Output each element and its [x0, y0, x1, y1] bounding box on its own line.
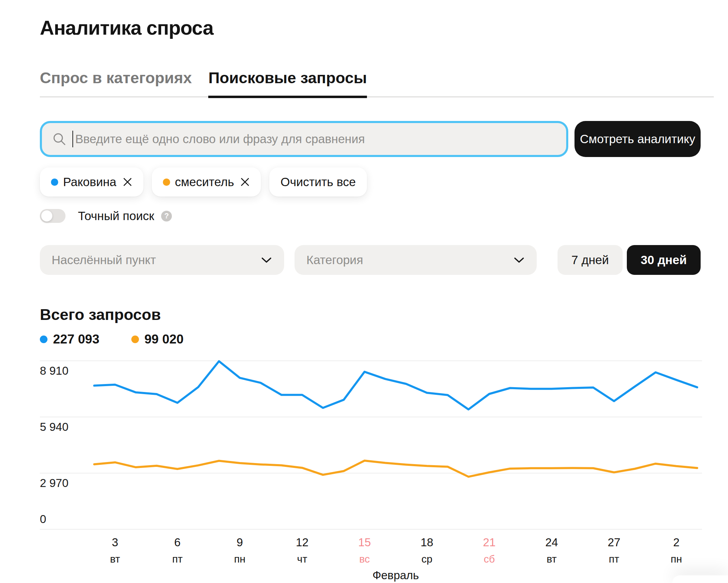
tick-day: 24: [534, 536, 569, 549]
x-axis-tick: 3вт: [98, 530, 132, 565]
search-box[interactable]: [40, 121, 568, 157]
tabs: Спрос в категорияхПоисковые запросы: [40, 69, 714, 97]
tick-weekday: пт: [597, 553, 631, 565]
chip-remove-icon[interactable]: [240, 177, 250, 187]
chart-legend: 227 09399 020: [40, 332, 714, 346]
location-select[interactable]: Населённый пункт: [40, 245, 284, 275]
category-select-value: Категория: [306, 253, 363, 267]
series-line-смеситель: [94, 461, 697, 477]
x-axis-tick: 9пн: [222, 530, 257, 565]
legend-value: 99 020: [144, 332, 184, 347]
tick-day: 9: [222, 536, 257, 549]
legend-item: 99 020: [131, 332, 184, 347]
tick-weekday: вс: [347, 553, 382, 565]
exact-search-toggle[interactable]: [40, 209, 65, 223]
toggle-knob: [41, 210, 52, 221]
chart-title: Всего запросов: [40, 305, 714, 324]
exact-search-label: Точный поиск: [78, 209, 154, 223]
tick-day: 12: [285, 536, 319, 549]
chip-label: смеситель: [175, 175, 234, 189]
x-axis-tick: 2пн: [659, 530, 694, 565]
query-chip[interactable]: Раковина: [40, 167, 143, 197]
x-axis-tick: 6пт: [160, 530, 195, 565]
chart-area: Февраль 3вт6пт9пн12чт15вс18ср21сб24вт27п…: [40, 357, 714, 583]
chip-label: Раковина: [63, 175, 116, 189]
tick-weekday: вт: [98, 553, 132, 565]
exact-search-row: Точный поиск ?: [40, 209, 714, 223]
period-button-30-дней[interactable]: 30 дней: [627, 245, 701, 275]
x-axis-tick: 27пт: [597, 530, 631, 565]
tick-weekday: ср: [410, 553, 444, 565]
help-icon[interactable]: ?: [161, 211, 172, 221]
period-button-7-дней[interactable]: 7 дней: [558, 245, 623, 275]
search-input[interactable]: [42, 123, 566, 155]
chip-remove-icon[interactable]: [123, 177, 132, 187]
line-chart[interactable]: [40, 357, 714, 530]
tick-day: 15: [347, 536, 382, 549]
legend-item: 227 093: [40, 332, 99, 347]
y-axis-label: 8 910: [40, 364, 69, 377]
floating-corner-card[interactable]: [672, 575, 728, 583]
y-axis-label: 5 940: [40, 420, 69, 434]
tick-day: 2: [659, 536, 694, 549]
tick-day: 21: [472, 536, 507, 549]
filters-row: Населённый пункт Категория 7 дней30 дней: [40, 245, 701, 275]
chevron-down-icon: [261, 257, 272, 263]
watch-analytics-button[interactable]: Смотреть аналитику: [574, 121, 701, 157]
tick-weekday: пт: [160, 553, 195, 565]
tick-weekday: пн: [659, 553, 694, 565]
period-group: 7 дней30 дней: [558, 245, 701, 275]
tick-weekday: вт: [534, 553, 569, 565]
series-line-Раковина: [94, 361, 697, 409]
location-select-value: Населённый пункт: [52, 253, 156, 267]
tick-day: 18: [410, 536, 444, 549]
tick-day: 3: [98, 536, 132, 549]
x-axis: Февраль 3вт6пт9пн12чт15вс18ср21сб24вт27п…: [40, 530, 714, 583]
tab-category-demand[interactable]: Спрос в категориях: [40, 69, 192, 98]
x-axis-tick: 21сб: [472, 530, 507, 565]
legend-dot: [40, 336, 47, 343]
query-chip[interactable]: смеситель: [152, 167, 261, 197]
month-label: Февраль: [372, 569, 419, 582]
category-select[interactable]: Категория: [295, 245, 537, 275]
chips-row: РаковинасмесительОчистить все: [40, 167, 714, 197]
y-axis-label: 2 970: [40, 477, 69, 490]
legend-value: 227 093: [53, 332, 99, 347]
x-axis-tick: 24вт: [534, 530, 569, 565]
tick-weekday: пн: [222, 553, 257, 565]
tick-weekday: чт: [285, 553, 319, 565]
x-axis-tick: 15вс: [347, 530, 382, 565]
series-color-dot: [163, 179, 170, 186]
legend-dot: [131, 336, 139, 343]
tab-search-queries[interactable]: Поисковые запросы: [208, 69, 367, 98]
page-title: Аналитика спроса: [40, 16, 714, 40]
x-axis-tick: 18ср: [410, 530, 444, 565]
series-color-dot: [51, 179, 58, 186]
search-row: Смотреть аналитику: [40, 121, 701, 157]
x-axis-tick: 12чт: [285, 530, 319, 565]
tick-weekday: сб: [472, 553, 507, 565]
y-axis-label: 0: [40, 513, 46, 526]
clear-all-chip[interactable]: Очистить все: [269, 167, 367, 197]
tick-day: 6: [160, 536, 195, 549]
chip-label: Очистить все: [280, 175, 356, 189]
chevron-down-icon: [514, 257, 524, 263]
tick-day: 27: [597, 536, 631, 549]
